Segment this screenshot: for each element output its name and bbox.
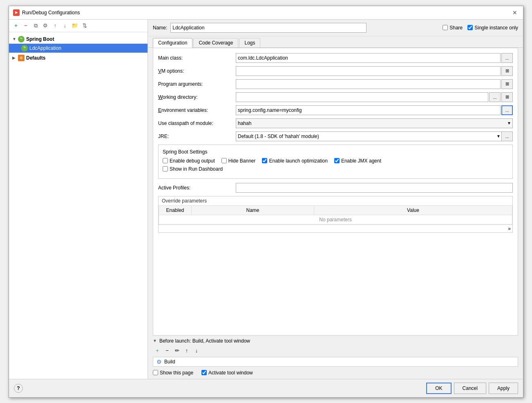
move-up-button[interactable]: ↑	[51, 21, 60, 30]
show-run-dashboard-wrap: Show in Run Dashboard	[163, 166, 223, 172]
help-button[interactable]: ?	[14, 384, 23, 393]
env-vars-browse-button[interactable]: ...	[501, 105, 513, 115]
spring-settings-row2: Show in Run Dashboard	[163, 166, 508, 172]
program-args-icon-button[interactable]: ⊞	[501, 79, 513, 89]
ok-button[interactable]: OK	[426, 383, 451, 394]
dialog-icon: ▶	[13, 9, 20, 16]
show-run-dashboard-checkbox[interactable]	[163, 166, 168, 171]
build-label: Build	[164, 359, 175, 365]
dialog-title: Run/Debug Configurations	[22, 10, 80, 16]
share-checkbox-wrap: Share	[443, 25, 463, 31]
override-params-title: Override parameters	[159, 196, 512, 205]
before-launch-down-button[interactable]: ↓	[192, 346, 201, 355]
name-row-right: Share Single instance only	[443, 25, 518, 31]
before-launch-arrow-icon: ▼	[153, 338, 157, 343]
show-page-label: Show this page	[160, 370, 193, 376]
cancel-button[interactable]: Cancel	[454, 383, 486, 394]
vm-options-input[interactable]	[236, 66, 501, 76]
bottom-checkboxes: Show this page Activate tool window	[148, 367, 523, 379]
override-params-section: Override parameters Enabled Name Value N…	[158, 196, 513, 233]
move-down-button[interactable]: ↓	[60, 21, 69, 30]
enable-debug-checkbox[interactable]	[163, 158, 168, 163]
jre-select[interactable]: Default (1.8 - SDK of 'hahah' module)	[236, 131, 504, 141]
spring-boot-icon: 🍃	[18, 36, 25, 42]
working-dir-icon-button[interactable]: ⊞	[501, 92, 513, 102]
override-expand-icon[interactable]: »	[508, 226, 511, 232]
env-vars-input[interactable]	[236, 105, 501, 115]
main-class-browse-button[interactable]: ...	[501, 53, 513, 63]
before-launch-toolbar: + − ✏ ↑ ↓	[153, 346, 518, 355]
activate-tool-checkbox[interactable]	[201, 370, 207, 375]
sort-button[interactable]: ⇅	[80, 21, 89, 30]
right-panel: Name: Share Single instance only Confi	[148, 20, 523, 379]
classpath-label: Use classpath of module:	[158, 120, 236, 126]
share-checkbox[interactable]	[443, 25, 448, 30]
before-launch-build-item[interactable]: ⚙ Build	[153, 357, 518, 367]
working-dir-input[interactable]	[236, 92, 488, 102]
enable-launch-opt-checkbox[interactable]	[262, 158, 267, 163]
enable-jmx-label: Enable JMX agent	[341, 158, 381, 164]
show-run-dashboard-label: Show in Run Dashboard	[170, 166, 223, 172]
dialog-footer: ? OK Cancel Apply	[9, 379, 523, 397]
before-launch-up-button[interactable]: ↑	[182, 346, 191, 355]
override-params-table: Enabled Name Value No parameters	[159, 205, 512, 225]
vm-options-label: VM options:	[158, 68, 236, 74]
before-launch-title: Before launch: Build, Activate tool wind…	[159, 338, 250, 344]
defaults-item[interactable]: ▶ ⚙ Defaults	[9, 53, 148, 62]
spring-settings-row1: Enable debug output Hide Banner Enable l…	[163, 158, 508, 164]
enable-debug-label: Enable debug output	[170, 158, 215, 164]
single-instance-checkbox-wrap: Single instance only	[467, 25, 518, 31]
enable-jmx-checkbox[interactable]	[334, 158, 340, 163]
before-launch-section: ▼ Before launch: Build, Activate tool wi…	[148, 336, 523, 367]
enable-launch-opt-wrap: Enable launch optimization	[262, 158, 327, 164]
env-vars-row: Environment variables: ...	[158, 105, 513, 115]
classpath-select[interactable]: hahah	[236, 118, 513, 128]
settings-button[interactable]: ⚙	[41, 21, 50, 30]
tab-configuration[interactable]: Configuration	[153, 38, 192, 48]
folder-button[interactable]: 📁	[70, 21, 79, 30]
name-row: Name: Share Single instance only	[148, 20, 523, 36]
enable-launch-opt-label: Enable launch optimization	[269, 158, 327, 164]
copy-config-button[interactable]: ⧉	[31, 21, 40, 30]
before-launch-header: ▼ Before launch: Build, Activate tool wi…	[153, 336, 518, 346]
jre-label: JRE:	[158, 134, 236, 139]
name-input[interactable]	[170, 23, 367, 33]
override-actions: »	[159, 225, 512, 232]
env-vars-label: Environment variables:	[158, 107, 236, 113]
main-class-input[interactable]	[236, 53, 501, 63]
col-name-header: Name	[192, 205, 314, 215]
before-launch-edit-button[interactable]: ✏	[172, 346, 181, 355]
show-page-checkbox[interactable]	[153, 370, 158, 375]
module-select-wrapper: hahah ▼	[236, 118, 513, 128]
show-page-wrap: Show this page	[153, 370, 193, 376]
spring-boot-label: Spring Boot	[26, 36, 54, 42]
program-args-input[interactable]	[236, 79, 501, 89]
spring-boot-settings-title: Spring Boot Settings	[163, 149, 508, 155]
remove-config-button[interactable]: −	[21, 21, 30, 30]
title-bar: ▶ Run/Debug Configurations ✕	[9, 6, 523, 20]
hide-banner-checkbox[interactable]	[221, 158, 227, 163]
name-row-left: Name:	[153, 23, 438, 33]
tab-code-coverage[interactable]: Code Coverage	[193, 38, 238, 47]
active-profiles-input[interactable]	[236, 183, 513, 193]
before-launch-remove-button[interactable]: −	[163, 346, 172, 355]
defaults-arrow-icon: ▶	[12, 56, 16, 60]
spring-boot-group-header[interactable]: ▼ 🍃 Spring Boot	[9, 35, 148, 44]
add-config-button[interactable]: +	[11, 21, 20, 30]
jre-select-wrapper: Default (1.8 - SDK of 'hahah' module) ▼	[236, 131, 501, 141]
before-launch-add-button[interactable]: +	[153, 346, 162, 355]
tab-logs[interactable]: Logs	[239, 38, 260, 47]
dialog-body: + − ⧉ ⚙ ↑ ↓ 📁 ⇅ ▼ 🍃 Spring Boot 🍃	[9, 20, 523, 379]
ldc-application-item[interactable]: 🍃 LdcApplication	[9, 44, 148, 53]
defaults-label: Defaults	[26, 55, 45, 61]
program-args-label: Program arguments:	[158, 81, 236, 87]
enable-jmx-wrap: Enable JMX agent	[334, 158, 381, 164]
vm-options-icon-button[interactable]: ⊞	[501, 66, 513, 76]
vm-options-row: VM options: ⊞	[158, 66, 513, 76]
single-instance-label: Single instance only	[474, 25, 518, 31]
single-instance-checkbox[interactable]	[467, 25, 473, 30]
apply-button[interactable]: Apply	[489, 383, 518, 394]
jre-browse-button[interactable]: ...	[501, 131, 513, 141]
working-dir-browse-button[interactable]: ...	[489, 92, 501, 102]
close-button[interactable]: ✕	[511, 9, 519, 17]
